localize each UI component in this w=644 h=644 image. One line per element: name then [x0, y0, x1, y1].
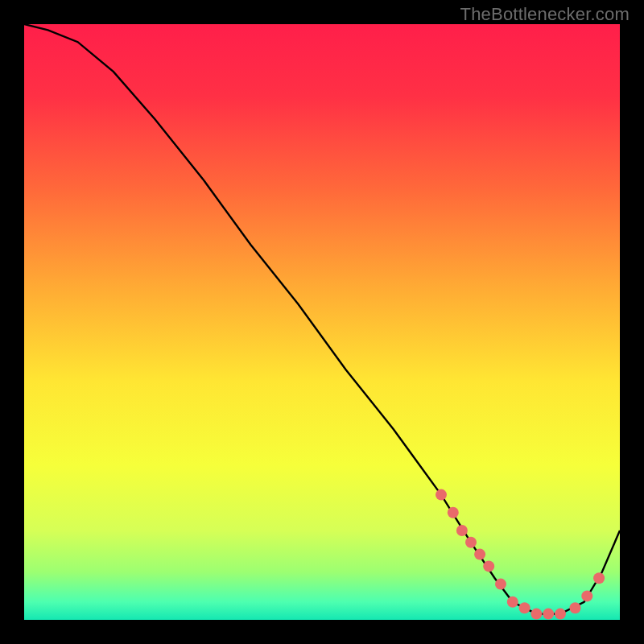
- marker-dot: [581, 590, 592, 601]
- plot-area: [24, 24, 620, 620]
- marker-dot: [483, 560, 494, 572]
- marker-dot: [436, 489, 447, 501]
- marker-dot: [543, 609, 554, 620]
- marker-dot: [519, 602, 530, 613]
- marker-dot: [555, 609, 566, 620]
- gradient-background: [24, 24, 620, 620]
- marker-dot: [507, 597, 518, 608]
- chart-frame: TheBottlenecker.com: [0, 0, 644, 644]
- chart-svg: [24, 24, 620, 620]
- marker-dot: [530, 609, 542, 620]
- marker-dot: [570, 602, 581, 613]
- marker-dot: [474, 549, 485, 560]
- marker-dot: [495, 579, 506, 590]
- marker-dot: [456, 525, 468, 536]
- marker-dot: [465, 537, 477, 548]
- credit-label: TheBottlenecker.com: [460, 4, 630, 25]
- marker-dot: [593, 572, 605, 584]
- marker-dot: [448, 507, 459, 518]
